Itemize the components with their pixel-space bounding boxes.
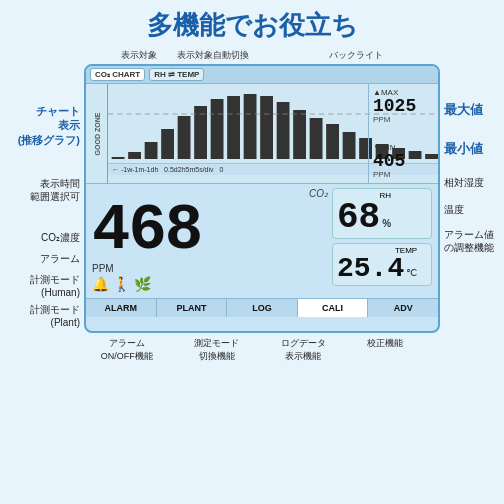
svg-rect-1	[128, 152, 141, 159]
bottom-buttons: ALARM PLANT LOG CALI ADV	[86, 298, 438, 317]
chart-axis-label: ← -1w-1m-1dh 0.5d2h5m5s/div 0	[112, 166, 223, 173]
left-label-human: 計測モード(Human)	[4, 273, 84, 299]
device-top-bar: CO₂ CHART RH ⇌ TEMP	[86, 66, 438, 84]
bottom-label-cali: 校正機能	[367, 337, 403, 363]
left-label-plant: 計測モード(Plant)	[4, 303, 84, 329]
plant-mode-icon: 🌿	[134, 276, 151, 292]
right-label-max: 最大値	[440, 102, 500, 119]
max-value: 1025	[373, 97, 434, 115]
temp-display: TEMP 25.4 ℃	[332, 243, 432, 286]
svg-rect-7	[227, 96, 240, 159]
svg-rect-10	[277, 102, 290, 159]
left-label-chart: チャート表示(推移グラフ)	[4, 104, 84, 147]
left-label-co2: CO₂濃度	[4, 231, 84, 244]
btn-log[interactable]: LOG	[227, 299, 298, 317]
human-mode-icon: 🚶	[113, 276, 130, 292]
chart-zone-label: GOOD ZONE	[86, 84, 108, 183]
right-label-min: 最小値	[440, 141, 500, 158]
svg-rect-9	[260, 96, 273, 159]
annotation-label2: 表示対象自動切換	[177, 49, 249, 62]
alarm-bell-icon: 🔔	[92, 276, 109, 292]
min-value: 405	[373, 152, 434, 170]
rh-unit: %	[382, 218, 391, 229]
page-title: 多機能でお役立ち	[0, 0, 504, 47]
tab-co2-chart[interactable]: CO₂ CHART	[90, 68, 145, 81]
annotation-label3: バックライト	[329, 49, 383, 62]
svg-rect-2	[145, 142, 158, 159]
btn-cali[interactable]: CALI	[298, 299, 369, 317]
chart-area: GOOD ZONE	[86, 84, 438, 184]
left-label-time: 表示時間範囲選択可	[4, 177, 84, 203]
right-label-alarm-adj: アラーム値の調整機能	[440, 228, 500, 254]
bottom-label-alarm: アラームON/OFF機能	[101, 337, 153, 363]
svg-rect-6	[211, 99, 224, 159]
left-label-alarm: アラーム	[4, 252, 84, 265]
svg-rect-12	[310, 118, 323, 159]
temp-value: 25.4	[337, 255, 404, 283]
rh-display: RH 68 %	[332, 188, 432, 239]
svg-rect-13	[326, 124, 339, 159]
alarm-icon-row: 🔔 🚶 🌿	[92, 274, 328, 294]
svg-rect-8	[244, 94, 257, 159]
annotation-label1: 表示対象	[121, 49, 157, 62]
device-panel: CO₂ CHART RH ⇌ TEMP GOOD ZONE	[84, 64, 440, 333]
bottom-label-mode: 測定モード切換機能	[194, 337, 239, 363]
svg-rect-3	[161, 129, 174, 159]
co2-value: 468	[92, 199, 328, 263]
tab-rh-temp[interactable]: RH ⇌ TEMP	[149, 68, 204, 81]
min-unit: PPM	[373, 170, 434, 179]
svg-rect-11	[293, 110, 306, 159]
co2-main: CO₂ 468 PPM 🔔 🚶 🌿	[92, 188, 328, 294]
chart-max-min: ▲MAX 1025 PPM ▼MIN 405 PPM	[368, 84, 438, 183]
temp-unit: ℃	[406, 267, 417, 278]
btn-alarm[interactable]: ALARM	[86, 299, 157, 317]
co2-display-area: CO₂ 468 PPM 🔔 🚶 🌿 RH 68 %	[86, 184, 438, 298]
right-label-rh: 相対湿度	[440, 176, 500, 189]
max-unit: PPM	[373, 115, 434, 124]
co2-unit: PPM	[92, 263, 114, 274]
co2-right: RH 68 % TEMP 25.4 ℃	[332, 188, 432, 294]
btn-adv[interactable]: ADV	[368, 299, 438, 317]
right-label-temp: 温度	[440, 203, 500, 216]
svg-rect-14	[343, 132, 356, 159]
bottom-labels: アラームON/OFF機能 測定モード切換機能 ログデータ表示機能 校正機能	[0, 333, 504, 367]
rh-value: 68	[337, 200, 380, 236]
btn-plant[interactable]: PLANT	[157, 299, 228, 317]
svg-rect-0	[112, 157, 125, 159]
svg-rect-4	[178, 116, 191, 159]
bottom-label-log: ログデータ表示機能	[281, 337, 326, 363]
